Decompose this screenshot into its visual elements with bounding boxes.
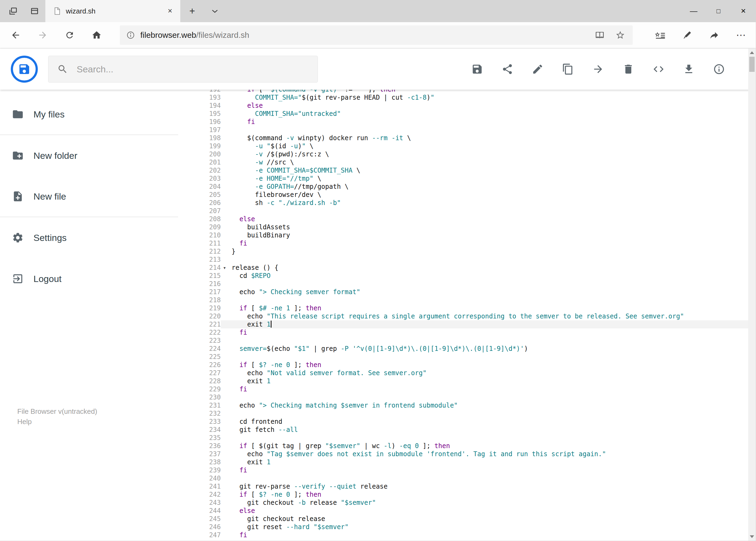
- help-link[interactable]: Help: [17, 416, 97, 427]
- code-line[interactable]: 192 if [ "$(command -v git)" != "" ]; th…: [178, 90, 748, 94]
- more-menu-button[interactable]: ⋯: [728, 22, 755, 48]
- tab-close-icon[interactable]: ✕: [163, 4, 177, 18]
- code-line[interactable]: 238 exit 1: [178, 458, 748, 466]
- code-line[interactable]: 229 fi: [178, 385, 748, 393]
- code-line[interactable]: 246 git reset --hard "$semver": [178, 523, 748, 531]
- code-line[interactable]: 207: [178, 207, 748, 215]
- code-line[interactable]: 222 fi: [178, 328, 748, 336]
- code-line[interactable]: 233 cd frontend: [178, 417, 748, 426]
- refresh-button[interactable]: [56, 22, 83, 48]
- code-line[interactable]: 211 fi: [178, 239, 748, 248]
- move-button[interactable]: [592, 63, 605, 76]
- new-tab-button[interactable]: +: [181, 0, 203, 22]
- code-line[interactable]: 196 fi: [178, 118, 748, 126]
- code-line[interactable]: 210 buildBinary: [178, 231, 748, 239]
- sidebar-item-new-file[interactable]: New file: [0, 176, 178, 217]
- code-line[interactable]: 247 fi: [178, 531, 748, 539]
- close-button[interactable]: ✕: [731, 0, 756, 22]
- favorite-star-button[interactable]: [610, 25, 630, 45]
- sidebar-item-my-files[interactable]: My files: [0, 94, 178, 135]
- code-line[interactable]: 213: [178, 256, 748, 264]
- code-line[interactable]: 203 -e HOME="//tmp" \: [178, 175, 748, 183]
- copy-button[interactable]: [561, 63, 574, 76]
- code-editor[interactable]: 192 if [ "$(command -v git)" != "" ]; th…: [178, 90, 748, 541]
- sidebar-item-new-folder[interactable]: New folder: [0, 135, 178, 176]
- code-line[interactable]: 194 else: [178, 102, 748, 110]
- code-line[interactable]: 214▾release () {: [178, 264, 748, 272]
- code-line[interactable]: 234 git fetch --all: [178, 426, 748, 434]
- reading-view-button[interactable]: [590, 25, 610, 45]
- code-line[interactable]: 215 cd $REPO: [178, 272, 748, 280]
- code-line[interactable]: 204 -e GOPATH=//tmp/gopath \: [178, 183, 748, 191]
- search-bar[interactable]: [48, 56, 318, 83]
- set-tabs-aside-button[interactable]: [2, 0, 24, 22]
- code-line[interactable]: 244 else: [178, 507, 748, 515]
- code-button[interactable]: [652, 63, 665, 76]
- code-line[interactable]: 217 echo "> Checking semver format": [178, 288, 748, 296]
- code-line[interactable]: 206 sh -c "./wizard.sh -b": [178, 199, 748, 207]
- code-line[interactable]: 197: [178, 126, 748, 134]
- code-line[interactable]: 198 $(command -v winpty) docker run --rm…: [178, 134, 748, 142]
- code-line[interactable]: 245 git checkout release: [178, 515, 748, 523]
- code-line[interactable]: 223: [178, 336, 748, 345]
- share-page-button[interactable]: [701, 22, 728, 48]
- code-line[interactable]: 231 echo "> Checking matching $semver in…: [178, 401, 748, 409]
- code-line[interactable]: 228 exit 1: [178, 377, 748, 385]
- code-line[interactable]: 224 semver=$(echo "$1" | grep -P '^v(0|[…: [178, 345, 748, 353]
- favorites-hub-button[interactable]: [647, 22, 674, 48]
- code-line[interactable]: 219 if [ $# -ne 1 ]; then: [178, 304, 748, 312]
- site-info-icon[interactable]: [126, 31, 135, 39]
- code-line[interactable]: 205 filebrowser/dev \: [178, 191, 748, 199]
- code-line[interactable]: 232: [178, 409, 748, 417]
- code-line[interactable]: 202 -e COMMIT_SHA=$COMMIT_SHA \: [178, 166, 748, 175]
- code-line[interactable]: 226 if [ $? -ne 0 ]; then: [178, 361, 748, 369]
- code-line[interactable]: 193 COMMIT_SHA="$(git rev-parse HEAD | c…: [178, 94, 748, 102]
- forward-button[interactable]: [29, 22, 56, 48]
- code-line[interactable]: 235: [178, 434, 748, 442]
- code-line[interactable]: 220 echo "This release script requires a…: [178, 312, 748, 320]
- back-button[interactable]: [2, 22, 29, 48]
- code-line[interactable]: 221 exit 1: [178, 320, 748, 328]
- code-line[interactable]: 212}: [178, 248, 748, 256]
- code-line[interactable]: 216: [178, 280, 748, 288]
- code-line[interactable]: 209 buildAssets: [178, 223, 748, 231]
- code-line[interactable]: 239 fi: [178, 466, 748, 474]
- search-input[interactable]: [76, 64, 317, 75]
- scrollbar-thumb[interactable]: [749, 57, 755, 72]
- filebrowser-logo[interactable]: [11, 56, 38, 83]
- code-line[interactable]: 195 COMMIT_SHA="untracked": [178, 110, 748, 118]
- sidebar-item-settings[interactable]: Settings: [0, 217, 178, 258]
- code-line[interactable]: 237 echo "Tag $semver does not exist in …: [178, 450, 748, 458]
- fold-marker-icon[interactable]: ▾: [221, 264, 232, 272]
- code-line[interactable]: 199 -u "$(id -u)" \: [178, 142, 748, 150]
- save-button[interactable]: [471, 63, 484, 76]
- address-bar[interactable]: filebrowser.web/files/wizard.sh: [120, 25, 632, 45]
- share-button[interactable]: [501, 63, 514, 76]
- code-line[interactable]: 243 git checkout -b release "$semver": [178, 499, 748, 507]
- download-button[interactable]: [682, 63, 695, 76]
- code-line[interactable]: 218: [178, 296, 748, 304]
- browser-tab[interactable]: wizard.sh ✕: [45, 0, 180, 22]
- code-line[interactable]: 230: [178, 393, 748, 401]
- minimize-button[interactable]: —: [681, 0, 706, 22]
- maximize-button[interactable]: □: [706, 0, 731, 22]
- rename-button[interactable]: [531, 63, 544, 76]
- code-line[interactable]: 236 if [ $(git tag | grep "$semver" | wc…: [178, 442, 748, 450]
- code-line[interactable]: 208 else: [178, 215, 748, 223]
- page-scrollbar[interactable]: [748, 49, 756, 541]
- scroll-up-arrow[interactable]: [748, 49, 756, 57]
- code-line[interactable]: 240: [178, 474, 748, 482]
- code-line[interactable]: 242 if [ $? -ne 0 ]; then: [178, 490, 748, 499]
- info-button[interactable]: [712, 63, 725, 76]
- code-line[interactable]: 201 -w //src \: [178, 158, 748, 166]
- tabs-aside-list-button[interactable]: [24, 0, 45, 22]
- code-line[interactable]: 225: [178, 353, 748, 361]
- code-line[interactable]: 200 -v /$(pwd):/src:z \: [178, 150, 748, 158]
- web-notes-button[interactable]: [674, 22, 701, 48]
- code-line[interactable]: 227 echo "Not valid semver format. See s…: [178, 369, 748, 377]
- home-button[interactable]: [83, 22, 110, 48]
- scroll-down-arrow[interactable]: [748, 533, 756, 541]
- code-line[interactable]: 241 git rev-parse --verify --quiet relea…: [178, 482, 748, 490]
- delete-button[interactable]: [622, 63, 635, 76]
- sidebar-item-logout[interactable]: Logout: [0, 258, 178, 299]
